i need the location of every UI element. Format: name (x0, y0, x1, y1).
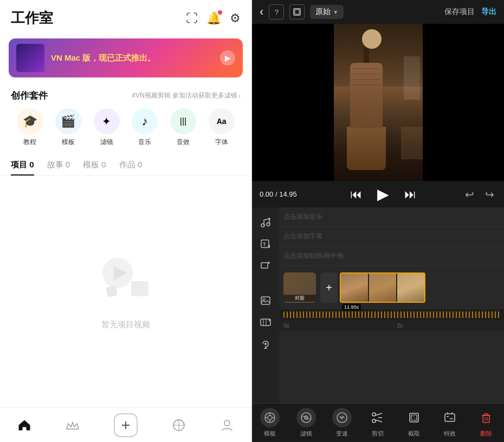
add-sticker-tool[interactable] (256, 256, 275, 276)
video-clip[interactable] (340, 272, 425, 303)
delete-label: 删除 (480, 430, 492, 438)
cover-tool[interactable] (256, 291, 275, 310)
kit-item-tutorial[interactable]: 🎓 教程 (17, 108, 43, 147)
banner-arrow-icon[interactable]: ▶ (220, 50, 235, 66)
effect-label: 特效 (444, 430, 456, 438)
back-button[interactable]: ‹ (260, 5, 263, 19)
cut-tool-icon (368, 408, 387, 427)
kit-item-template[interactable]: 🎬 模板 (55, 108, 81, 147)
svg-rect-52 (483, 415, 489, 422)
skip-start-button[interactable]: ⏮ (347, 187, 365, 202)
pip-track[interactable]: 点击添加贴纸/画中画 (279, 246, 504, 266)
nav-profile[interactable] (220, 418, 234, 432)
left-panel: 工作室 ⛶ 🔔 ⚙ VN Mac 版，现已正式推出。 ▶ 创作套件 #VN视频剪… (0, 0, 252, 442)
ruler-mark-2s: 2s (397, 323, 403, 329)
kit-item-effect[interactable]: ||| 音效 (170, 108, 196, 147)
kit-item-music[interactable]: ♪ 音乐 (132, 108, 158, 147)
nav-add-button[interactable] (114, 413, 138, 437)
kit-item-filter[interactable]: ✦ 滤镜 (94, 108, 120, 147)
svg-line-46 (375, 413, 382, 415)
time-display: 0.00 / 14.95 (260, 190, 303, 198)
section-subtitle: #VN视频剪辑 参加活动获取更多滤镜 › (132, 91, 241, 100)
svg-point-36 (268, 415, 272, 420)
banner-thumbnail (16, 44, 44, 72)
header-right: 保存项目 导出 (444, 7, 496, 17)
timeline-ruler: 0s 2s (279, 320, 504, 331)
tab-project[interactable]: 项目 0 (11, 155, 34, 176)
music-track[interactable]: 点击添加音乐 (279, 207, 504, 227)
clip-container: 11.95s (340, 272, 425, 303)
undo-button[interactable]: ↩ (463, 188, 476, 201)
mode-selector[interactable]: 原始 ▼ (310, 5, 344, 19)
add-clip-button[interactable]: + (320, 272, 338, 303)
crop-mode-icon[interactable] (289, 4, 305, 20)
add-clip-tool[interactable] (256, 313, 275, 332)
crop-tool-icon (404, 408, 424, 427)
speed-label: 变速 (336, 430, 348, 438)
header-icons: ⛶ 🔔 ⚙ (186, 11, 241, 25)
tab-template[interactable]: 模板 0 (83, 155, 106, 176)
nav-home[interactable] (17, 418, 31, 432)
nav-discover[interactable] (172, 418, 186, 432)
add-text-tool[interactable]: T (256, 235, 275, 254)
header-left: ‹ ? 原始 ▼ (260, 4, 344, 20)
bottom-tool-speed[interactable]: 变速 (328, 408, 356, 438)
svg-point-32 (264, 343, 267, 345)
notification-icon[interactable]: 🔔 (206, 11, 221, 25)
skip-end-button[interactable]: ⏭ (401, 187, 419, 202)
template-tool-icon (260, 408, 280, 427)
empty-video-icon (99, 254, 153, 313)
delete-tool-icon (476, 408, 496, 427)
svg-text:T: T (263, 242, 266, 247)
kit-label-effect: 音效 (177, 138, 190, 147)
video-preview (252, 24, 504, 181)
help-button[interactable]: ? (269, 4, 284, 20)
kit-label-filter: 滤镜 (100, 138, 113, 147)
svg-point-9 (224, 420, 230, 426)
video-frame (334, 24, 423, 181)
kit-item-font[interactable]: Aa 字体 (209, 108, 235, 147)
timeline-area: T (252, 207, 504, 403)
svg-rect-3 (106, 285, 118, 297)
bottom-tool-crop[interactable]: 截取 (400, 408, 428, 438)
bottom-tool-effect[interactable]: 特效 (436, 408, 464, 438)
bottom-tool-filter[interactable]: 滤镜 (292, 408, 320, 438)
bottom-tool-template[interactable]: 模板 (256, 408, 284, 438)
nav-crown[interactable] (66, 418, 80, 432)
ruler-mark-0s: 0s (283, 323, 289, 329)
banner-text: VN Mac 版，现已正式推出。 (51, 53, 220, 63)
vn-mac-banner[interactable]: VN Mac 版，现已正式推出。 ▶ (9, 38, 243, 77)
editor-header: ‹ ? 原始 ▼ 保存项目 导出 (252, 0, 504, 24)
video-subject (345, 29, 388, 170)
video-track: 封面 + 11.95s (279, 266, 504, 309)
waveform-visual (283, 311, 500, 318)
settings-icon[interactable]: ⚙ (230, 11, 241, 25)
bottom-tool-delete[interactable]: 删除 (472, 408, 500, 438)
save-button[interactable]: 保存项目 (444, 7, 475, 17)
add-music-tool[interactable] (256, 213, 275, 232)
svg-rect-22 (261, 263, 268, 268)
redo-button[interactable]: ↪ (483, 188, 496, 201)
bottom-navigation (0, 407, 251, 442)
tab-work[interactable]: 作品 0 (119, 155, 143, 176)
svg-point-26 (263, 298, 265, 301)
playback-controls: 0.00 / 14.95 ⏮ ▶ ⏭ ↩ ↪ (252, 181, 504, 207)
audio-mix-tool[interactable] (256, 334, 275, 354)
clip-duration-label: 11.95s (342, 304, 361, 310)
tab-story[interactable]: 故事 0 (47, 155, 70, 176)
cover-thumbnail[interactable]: 封面 (283, 272, 316, 303)
expand-icon[interactable]: ⛶ (186, 11, 198, 25)
filter-label: 滤镜 (300, 430, 312, 438)
kit-label-template: 模板 (62, 138, 75, 147)
template-icon: 🎬 (55, 108, 81, 134)
kit-label-music: 音乐 (138, 138, 151, 147)
export-button[interactable]: 导出 (481, 7, 496, 17)
music-track-placeholder: 点击添加音乐 (283, 212, 322, 222)
template-label: 模板 (264, 430, 276, 438)
play-button[interactable]: ▶ (372, 185, 395, 203)
subtitle-track[interactable]: 点击添加字幕 (279, 227, 504, 246)
empty-text: 暂无项目视频 (101, 320, 150, 330)
effect-icon: ||| (170, 108, 196, 134)
font-icon: Aa (209, 108, 235, 134)
bottom-tool-cut[interactable]: 剪切 (364, 408, 392, 438)
